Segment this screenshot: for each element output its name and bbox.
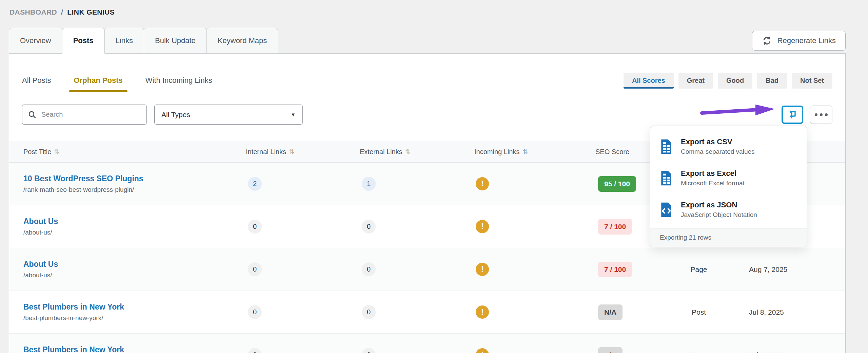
filter-bad[interactable]: Bad [757, 73, 787, 89]
filter-great[interactable]: Great [678, 73, 713, 89]
tab-bulk-update[interactable]: Bulk Update [144, 28, 207, 53]
search-input[interactable] [41, 110, 141, 119]
menu-item-subtitle: Comma-separated values [681, 148, 755, 155]
breadcrumb-separator: / [61, 8, 63, 16]
subtab-orphan-posts[interactable]: Orphan Posts [69, 69, 127, 92]
regenerate-links-button[interactable]: Regenerate Links [752, 31, 846, 51]
external-links-count: 0 [362, 262, 376, 276]
table-row: About Us /about-us/ 0 0 ! 7 / 100 Page A… [9, 248, 845, 291]
chevron-down-icon: ▼ [291, 112, 296, 117]
internal-links-count: 0 [248, 348, 262, 353]
tab-posts[interactable]: Posts [62, 28, 105, 54]
search-box [22, 105, 147, 125]
tab-keyword-maps[interactable]: Keyword Maps [206, 28, 278, 53]
post-date: Jul 8, 2025 [733, 308, 845, 316]
search-icon [28, 110, 37, 119]
score-filter-group: All Scores Great Good Bad Not Set [624, 73, 832, 89]
sort-icon[interactable]: ⇅ [289, 148, 294, 155]
main-tab-bar: Overview Posts Links Bulk Update Keyword… [9, 28, 846, 53]
external-links-count: 1 [362, 177, 376, 191]
post-slug: /about-us/ [23, 229, 246, 236]
post-title-link[interactable]: 10 Best WordPress SEO Plugins [23, 174, 246, 183]
internal-links-count: 0 [248, 305, 262, 319]
export-dropdown-menu: Export as CSV Comma-separated values Exp… [650, 126, 807, 247]
seo-score-badge: N/A [598, 347, 623, 353]
post-slug: /about-us/ [23, 272, 246, 279]
column-header-incoming-links[interactable]: Incoming Links ⇅ [474, 148, 595, 156]
annotation-arrow [700, 104, 779, 117]
external-links-count: 0 [362, 220, 376, 234]
post-title-link[interactable]: About Us [23, 260, 246, 269]
post-title-link[interactable]: Best Plumbers in New York [23, 345, 246, 353]
filter-good[interactable]: Good [718, 73, 752, 89]
warning-icon: ! [476, 220, 489, 233]
post-type: Page [665, 265, 733, 274]
ellipsis-icon [815, 113, 828, 116]
export-row-count: Exporting 21 rows [650, 228, 807, 247]
table-row: Best Plumbers in New York /best-plumbers… [9, 334, 845, 353]
sort-icon[interactable]: ⇅ [522, 148, 528, 155]
sort-icon[interactable]: ⇅ [406, 148, 411, 155]
menu-item-export-csv[interactable]: Export as CSV Comma-separated values [650, 131, 807, 162]
seo-score-badge: 7 / 100 [598, 262, 632, 277]
filter-not-set[interactable]: Not Set [792, 73, 832, 89]
column-header-post-title[interactable]: Post Title ⇅ [9, 148, 246, 156]
post-date: Jul 8, 2025 [733, 351, 845, 353]
warning-icon: ! [476, 177, 489, 190]
warning-icon: ! [476, 348, 489, 353]
seo-score-badge: N/A [598, 304, 623, 320]
seo-score-badge: 7 / 100 [598, 219, 632, 235]
breadcrumb: DASHBOARD / LINK GENIUS [0, 0, 868, 21]
column-header-external-links[interactable]: External Links ⇅ [360, 148, 474, 156]
seo-score-badge: 95 / 100 [598, 176, 636, 192]
code-file-icon [659, 202, 673, 218]
external-links-count: 0 [362, 348, 376, 353]
posts-panel: All Posts Orphan Posts With Incoming Lin… [9, 53, 846, 353]
menu-item-export-json[interactable]: Export as JSON JavaScript Object Notatio… [650, 194, 807, 225]
link-genius-page: { "breadcrumb": {"parent": "DASHBOARD", … [0, 0, 868, 353]
spreadsheet-file-icon [659, 170, 673, 186]
filter-all-scores[interactable]: All Scores [624, 73, 674, 89]
subtab-all-posts[interactable]: All Posts [17, 69, 56, 92]
tab-overview[interactable]: Overview [9, 28, 62, 53]
post-type: Post [665, 351, 733, 353]
refresh-icon [762, 36, 772, 46]
type-filter-value: All Types [161, 111, 190, 119]
external-links-count: 0 [362, 305, 376, 319]
spreadsheet-file-icon [659, 138, 673, 155]
menu-item-title: Export as JSON [681, 201, 757, 209]
menu-item-subtitle: JavaScript Object Notation [681, 211, 757, 219]
post-date: Aug 7, 2025 [733, 265, 845, 274]
type-filter-select[interactable]: All Types ▼ [154, 105, 303, 125]
table-row: Best Plumbers in New York /best-plumbers… [9, 291, 845, 334]
post-title-link[interactable]: Best Plumbers in New York [23, 302, 246, 312]
menu-item-export-excel[interactable]: Export as Excel Microsoft Excel format [650, 162, 807, 194]
posts-filter-row: All Posts Orphan Posts With Incoming Lin… [22, 69, 832, 92]
menu-item-subtitle: Microsoft Excel format [681, 180, 745, 187]
menu-item-title: Export as CSV [681, 137, 755, 146]
internal-links-count: 0 [248, 262, 262, 276]
column-header-internal-links[interactable]: Internal Links ⇅ [246, 148, 360, 156]
sort-icon[interactable]: ⇅ [54, 148, 59, 155]
more-actions-button[interactable] [810, 106, 832, 124]
download-tray-icon [786, 109, 798, 121]
subtab-with-incoming-links[interactable]: With Incoming Links [141, 69, 217, 92]
breadcrumb-parent[interactable]: DASHBOARD [9, 8, 57, 16]
menu-item-title: Export as Excel [681, 169, 745, 178]
post-type: Post [665, 308, 733, 316]
post-title-link[interactable]: About Us [23, 217, 246, 226]
breadcrumb-current: LINK GENIUS [67, 8, 115, 16]
warning-icon: ! [476, 305, 489, 319]
internal-links-count: 0 [248, 220, 262, 234]
internal-links-count: 2 [248, 177, 262, 191]
post-slug: /rank-math-seo-best-wordpress-plugin/ [23, 186, 246, 193]
tab-links[interactable]: Links [104, 28, 144, 53]
post-slug: /best-plumbers-in-new-york/ [23, 314, 246, 322]
regenerate-links-label: Regenerate Links [777, 36, 836, 45]
warning-icon: ! [476, 263, 489, 276]
export-button[interactable] [782, 106, 803, 124]
